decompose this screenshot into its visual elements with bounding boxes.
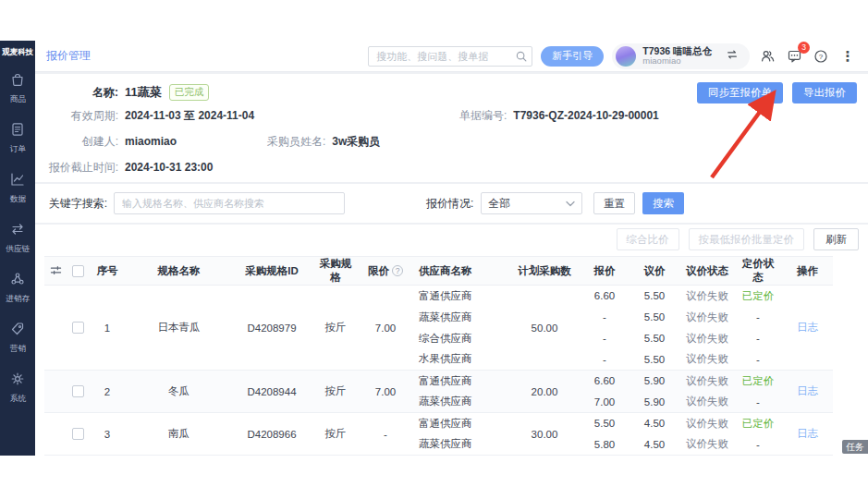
quote-value: - bbox=[581, 328, 629, 349]
price-status: - bbox=[734, 349, 782, 371]
row-checkbox[interactable] bbox=[72, 428, 84, 440]
quote-value: 5.80 bbox=[581, 434, 629, 456]
row-checkbox[interactable] bbox=[72, 322, 84, 334]
row-seq: 2 bbox=[89, 371, 126, 413]
supplier-name: 蔬菜供应商 bbox=[411, 307, 508, 328]
quote-status-select[interactable]: 全部 bbox=[481, 192, 582, 214]
quote-value: 6.60 bbox=[581, 286, 629, 307]
supply-chain-icon bbox=[9, 221, 26, 240]
keyword-input[interactable] bbox=[114, 192, 345, 214]
limit-price: 7.00 bbox=[360, 286, 411, 371]
bargain-status: 议价失败 bbox=[680, 434, 734, 456]
team-icon[interactable] bbox=[758, 47, 776, 66]
plan-qty: 50.00 bbox=[508, 286, 581, 371]
sidebar-item-goods[interactable]: 商品 bbox=[9, 71, 27, 105]
bargain-status: 议价失败 bbox=[680, 328, 734, 349]
quote-table: 序号 规格名称 采购规格ID 采购规格 限价? 供应商名称 计划采购数 报价 议… bbox=[44, 256, 833, 456]
quote-value: 7.00 bbox=[581, 392, 629, 413]
bargain-value: 5.90 bbox=[629, 392, 680, 413]
log-link[interactable]: 日志 bbox=[797, 385, 818, 396]
quote-value: - bbox=[581, 349, 629, 371]
bargain-status: 议价失败 bbox=[680, 413, 734, 434]
message-count-badge: 3 bbox=[798, 42, 810, 54]
sidebar-item-system[interactable]: 系统 bbox=[9, 371, 27, 405]
select-all-checkbox-cell bbox=[67, 257, 89, 286]
status-badge: 已完成 bbox=[169, 84, 210, 101]
select-all-checkbox[interactable] bbox=[72, 265, 84, 277]
sidebar: 观麦科技 商品 订单 数据 供应链 进销存 bbox=[0, 41, 35, 456]
more-options-icon[interactable]: ⋮ bbox=[838, 47, 857, 66]
col-header-action: 操作 bbox=[782, 257, 833, 286]
quote-name: 11蔬菜 bbox=[125, 84, 162, 101]
log-link[interactable]: 日志 bbox=[797, 322, 818, 333]
task-float-tab[interactable]: 任务 bbox=[842, 440, 868, 454]
row-checkbox[interactable] bbox=[72, 385, 84, 397]
supplier-name: 蔬菜供应商 bbox=[411, 434, 508, 456]
doc-no-value: T7936-QZ-2024-10-29-00001 bbox=[513, 109, 658, 122]
sync-to-quote-button[interactable]: 同步至报价单 bbox=[697, 82, 783, 103]
quote-value: - bbox=[581, 307, 629, 328]
sidebar-item-label: 供应链 bbox=[6, 244, 30, 255]
reset-button[interactable]: 重置 bbox=[593, 192, 635, 214]
doc-no-label: 单据编号: bbox=[459, 108, 507, 124]
bargain-value: 5.50 bbox=[629, 328, 680, 349]
newbie-guide-button[interactable]: 新手引导 bbox=[541, 46, 604, 67]
user-account: miaomiao bbox=[642, 56, 712, 66]
bargain-value: 4.50 bbox=[629, 434, 680, 456]
log-link[interactable]: 日志 bbox=[797, 428, 818, 439]
sidebar-item-data[interactable]: 数据 bbox=[9, 171, 27, 205]
bargain-status: 议价失败 bbox=[680, 349, 734, 371]
bargain-status: 议价失败 bbox=[680, 307, 734, 328]
table-row-group: 3南瓜D4208966按斤-富通供应商30.005.504.50议价失败已定价日… bbox=[44, 413, 833, 456]
spec-name: 日本青瓜 bbox=[126, 286, 232, 371]
svg-text:?: ? bbox=[819, 53, 824, 61]
supplier-row: 2冬瓜D4208944按斤7.00富通供应商20.006.605.90议价失败已… bbox=[44, 371, 833, 392]
tag-icon bbox=[9, 321, 26, 340]
help-icon[interactable]: ? bbox=[812, 47, 830, 66]
supplier-name: 富通供应商 bbox=[411, 286, 508, 307]
spec-name: 南瓜 bbox=[126, 413, 232, 456]
row-seq: 3 bbox=[89, 413, 126, 456]
filter-bar: 关键字搜索: 报价情况: 全部 重置 搜索 bbox=[35, 184, 868, 223]
breadcrumb[interactable]: 报价管理 bbox=[46, 48, 91, 64]
share-nodes-icon bbox=[9, 271, 26, 290]
quote-status-label: 报价情况: bbox=[426, 196, 473, 212]
bargain-status: 议价失败 bbox=[680, 371, 734, 392]
sidebar-item-label: 商品 bbox=[9, 94, 25, 105]
sidebar-item-supply-chain[interactable]: 供应链 bbox=[5, 221, 31, 255]
validity-value: 2024-11-03 至 2024-11-04 bbox=[125, 108, 254, 124]
export-quote-button[interactable]: 导出报价 bbox=[792, 82, 857, 103]
purchase-unit: 按斤 bbox=[312, 413, 360, 456]
refresh-button[interactable]: 刷新 bbox=[813, 228, 859, 250]
limit-help-icon[interactable]: ? bbox=[392, 265, 403, 276]
global-search-input[interactable] bbox=[368, 46, 532, 67]
col-header-seq: 序号 bbox=[89, 257, 126, 286]
batch-price-button[interactable]: 按最低报价批量定价 bbox=[689, 228, 805, 250]
compare-button[interactable]: 综合比价 bbox=[617, 228, 679, 250]
sidebar-item-label: 订单 bbox=[9, 144, 25, 155]
validity-label: 有效周期: bbox=[46, 108, 118, 124]
row-spacer bbox=[44, 413, 67, 456]
search-button[interactable]: 搜索 bbox=[642, 192, 684, 214]
row-seq: 1 bbox=[89, 286, 126, 371]
limit-price: 7.00 bbox=[360, 371, 411, 413]
switch-account-icon[interactable] bbox=[726, 48, 739, 64]
action-cell: 日志 bbox=[782, 413, 833, 456]
action-cell: 日志 bbox=[782, 371, 833, 413]
price-status: - bbox=[734, 434, 782, 456]
bargain-status: 议价失败 bbox=[680, 286, 734, 307]
limit-price: - bbox=[360, 413, 411, 456]
global-search bbox=[368, 46, 532, 67]
user-menu[interactable]: T7936 喵喵总仓 miaomiao bbox=[612, 43, 750, 69]
search-icon[interactable] bbox=[515, 50, 528, 66]
col-header-bargain: 议价 bbox=[629, 257, 680, 286]
sidebar-item-marketing[interactable]: 营销 bbox=[9, 321, 27, 355]
sidebar-item-orders[interactable]: 订单 bbox=[9, 121, 27, 155]
column-settings[interactable] bbox=[44, 257, 67, 286]
bargain-value: 5.50 bbox=[629, 286, 680, 307]
action-cell: 日志 bbox=[782, 286, 833, 371]
row-checkbox-cell bbox=[67, 286, 89, 371]
message-icon[interactable]: 3 bbox=[785, 47, 803, 66]
sidebar-item-inventory[interactable]: 进销存 bbox=[5, 271, 31, 305]
quote-value: 6.60 bbox=[581, 371, 629, 392]
